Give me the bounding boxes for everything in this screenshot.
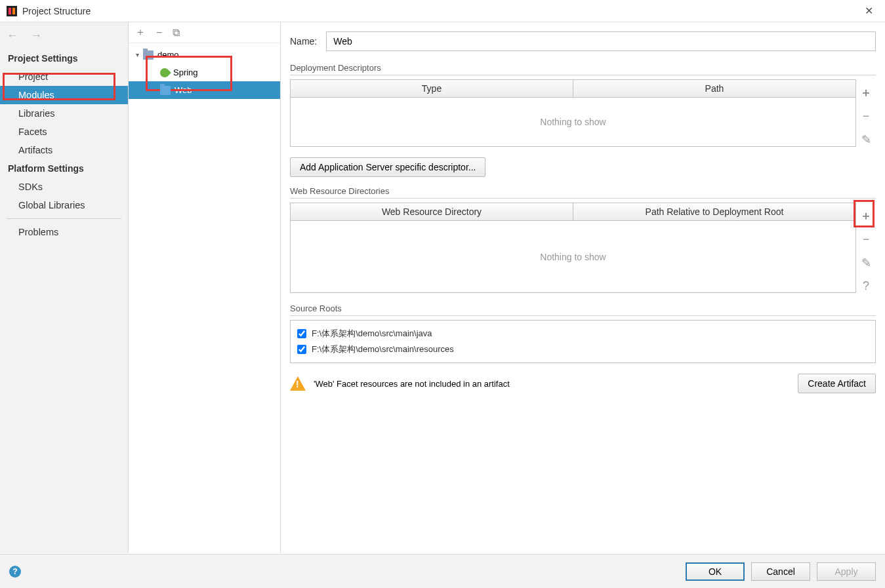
dd-empty-text: Nothing to show (291, 98, 855, 146)
nav-artifacts[interactable]: Artifacts (0, 141, 128, 159)
warning-text: 'Web' Facet resources are not included i… (314, 379, 510, 389)
section-platform-settings: Platform Settings (0, 159, 128, 178)
tree-label: Spring (173, 68, 198, 77)
dd-edit-icon: ✎ (861, 132, 871, 147)
svg-rect-1 (9, 8, 11, 14)
nav-project[interactable]: Project (0, 68, 128, 86)
dd-remove-icon: − (863, 109, 870, 123)
app-icon (7, 6, 17, 16)
source-root-checkbox[interactable] (297, 329, 306, 338)
dialog-footer: ? OK Cancel Apply (0, 554, 885, 588)
modules-tree-panel: ＋ − ⧉ ▾ demo Spring Web (129, 22, 281, 553)
wrd-remove-icon: − (863, 233, 870, 246)
settings-sidebar: ← → Project Settings Project Modules Lib… (0, 22, 129, 553)
nav-libraries[interactable]: Libraries (0, 104, 128, 123)
nav-facets[interactable]: Facets (0, 123, 128, 141)
back-icon[interactable]: ← (7, 29, 18, 43)
svg-rect-2 (12, 8, 15, 14)
ok-button[interactable]: OK (686, 562, 745, 581)
source-root-row[interactable]: F:\体系架构\demo\src\main\resources (297, 342, 869, 357)
name-input[interactable] (326, 31, 876, 51)
nav-sdks[interactable]: SDKs (0, 178, 128, 196)
window-title: Project Structure (22, 6, 91, 16)
name-label: Name: (290, 36, 317, 47)
source-roots-title: Source Roots (290, 304, 876, 316)
add-descriptor-button[interactable]: Add Application Server specific descript… (290, 157, 485, 177)
tree-root-demo[interactable]: ▾ demo (129, 46, 280, 64)
facet-config-panel: Name: Deployment Descriptors Type Path N… (281, 22, 885, 553)
wrd-header-dir[interactable]: Web Resource Directory (291, 203, 573, 220)
cancel-button[interactable]: Cancel (751, 562, 810, 581)
wrd-empty-text: Nothing to show (291, 221, 855, 292)
divider (7, 218, 121, 219)
copy-icon[interactable]: ⧉ (173, 27, 180, 39)
create-artifact-button[interactable]: Create Artifact (798, 374, 876, 393)
wrd-edit-icon: ✎ (861, 256, 871, 270)
apply-button: Apply (817, 562, 876, 581)
forward-icon[interactable]: → (30, 29, 42, 43)
source-roots-box: F:\体系架构\demo\src\main\java F:\体系架构\demo\… (290, 320, 876, 363)
wrd-add-icon[interactable]: ＋ (860, 209, 872, 222)
tree-web[interactable]: Web (129, 81, 280, 99)
web-folder-icon (160, 86, 171, 95)
source-root-checkbox[interactable] (297, 345, 306, 354)
spring-icon (158, 66, 171, 79)
dd-add-icon[interactable]: ＋ (860, 85, 872, 100)
section-project-settings: Project Settings (0, 49, 128, 68)
wrd-header-path[interactable]: Path Relative to Deployment Root (573, 203, 855, 220)
tree-label: Web (175, 85, 192, 95)
dd-table: Type Path Nothing to show (290, 79, 856, 147)
nav-modules[interactable]: Modules (0, 86, 128, 104)
dd-header-path[interactable]: Path (573, 80, 855, 97)
svg-rect-0 (7, 6, 17, 16)
wrd-section-title: Web Resource Directories (290, 186, 876, 199)
warning-icon (290, 376, 306, 391)
wrd-table: Web Resource Directory Path Relative to … (290, 203, 856, 293)
add-module-icon[interactable]: ＋ (135, 26, 146, 39)
tree-label: demo (157, 50, 179, 60)
nav-problems[interactable]: Problems (0, 223, 128, 241)
close-icon[interactable]: ✕ (859, 5, 878, 17)
titlebar: Project Structure ✕ (0, 0, 885, 22)
source-root-path: F:\体系架构\demo\src\main\resources (312, 343, 454, 355)
source-root-path: F:\体系架构\demo\src\main\java (312, 328, 432, 340)
remove-module-icon[interactable]: − (156, 27, 162, 39)
folder-icon (143, 50, 154, 60)
nav-global-libraries[interactable]: Global Libraries (0, 196, 128, 214)
wrd-help-icon[interactable]: ? (863, 279, 869, 293)
help-icon[interactable]: ? (9, 566, 21, 578)
tree-spring[interactable]: Spring (129, 64, 280, 81)
chevron-down-icon[interactable]: ▾ (133, 51, 142, 58)
dd-section-title: Deployment Descriptors (290, 63, 876, 75)
source-root-row[interactable]: F:\体系架构\demo\src\main\java (297, 326, 869, 342)
dd-header-type[interactable]: Type (291, 80, 573, 97)
